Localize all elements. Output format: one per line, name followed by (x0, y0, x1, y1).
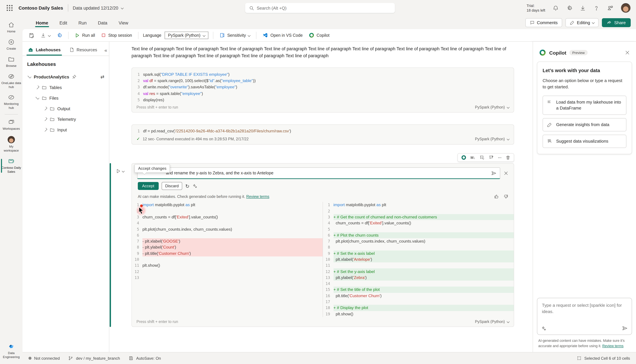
close-copilot-icon[interactable] (625, 50, 630, 55)
option-suggest-visualizations[interactable]: Suggest data visualizations (543, 135, 626, 148)
code-line[interactable]: 5display(res) (135, 97, 510, 103)
code-line[interactable]: 1df = pd.read_csv('/22514200-9a26-4fdc-a… (135, 128, 510, 134)
tree-item-productanalytics[interactable]: ProductAnalytics ⇄ (23, 72, 109, 82)
code-line[interactable]: 11plt.show() (134, 262, 323, 268)
code-line[interactable]: 2 (325, 208, 514, 214)
download-icon[interactable] (580, 5, 586, 11)
tab-home[interactable]: Home (35, 17, 49, 28)
sparkle-diff-icon[interactable] (192, 184, 197, 188)
workspace-title[interactable]: Contoso Daily Sales (19, 5, 63, 10)
regenerate-icon[interactable]: ↻ (185, 184, 189, 188)
copilot-cell-icon[interactable] (461, 155, 467, 160)
option-load-data[interactable]: Load data from my lakehouse into a DataF… (543, 96, 626, 115)
tab-run[interactable]: Run (78, 17, 88, 28)
diff-original-pane[interactable]: 1import matplotlib.pyplot as plt23churn_… (132, 202, 323, 317)
code-line[interactable]: 9+ # Set the x-axis label (325, 250, 514, 256)
thumbs-down-icon[interactable] (503, 194, 508, 199)
pin-icon[interactable] (72, 74, 77, 79)
close-prompt-icon[interactable] (503, 171, 508, 176)
code-line[interactable]: 3+ # Get the count of churned and non-ch… (325, 214, 514, 220)
review-terms-link[interactable]: Review terms (602, 344, 623, 348)
code-line[interactable]: 6 (134, 232, 323, 238)
code-line[interactable]: 13 (134, 275, 323, 281)
code-line[interactable]: 17 (325, 299, 514, 305)
stop-session-button[interactable]: Stop session (100, 32, 133, 39)
user-avatar[interactable] (621, 3, 631, 13)
code-line[interactable]: 1import matplotlib.pyplot as plt (325, 202, 514, 208)
tab-data[interactable]: Data (97, 17, 108, 28)
chevron-down-icon[interactable] (122, 170, 125, 172)
code-line[interactable]: 4 churn_counts = df['Exited'].value_coun… (325, 220, 514, 226)
sparkle-icon[interactable] (541, 326, 547, 331)
git-branch[interactable]: dev / my_feature_branch (68, 356, 120, 361)
rail-item-data-engineering[interactable]: Data Engineering (1, 341, 22, 362)
notifications-bell-icon[interactable] (552, 5, 559, 11)
option-generate-insights[interactable]: Generate insights from data (543, 118, 626, 131)
code-line[interactable]: 19 plt.show() (325, 311, 514, 317)
code-line[interactable]: 1spark.sql("DROP TABLE IF EXISTS employe… (135, 71, 510, 78)
submit-prompt-icon[interactable] (491, 170, 497, 176)
data-updated-label[interactable]: Data updated 12/12/20 (73, 6, 118, 10)
tab-edit[interactable]: Edit (59, 17, 68, 28)
save-button[interactable] (27, 31, 36, 40)
code-line[interactable]: 11 (325, 262, 514, 268)
code-line[interactable]: 13 plt.ylabel('Zebra') (325, 275, 514, 281)
code-line[interactable]: 2 (134, 208, 323, 214)
chevron-down-icon[interactable] (121, 6, 124, 10)
editing-mode-button[interactable]: Editing (565, 18, 599, 27)
help-icon[interactable] (593, 5, 599, 11)
code-line[interactable]: 16 plt.title('Customer Churn') (325, 293, 514, 299)
tree-item-files[interactable]: Files (23, 93, 109, 103)
export-button[interactable] (39, 31, 52, 40)
autosave-status[interactable]: AutoSave: On (129, 356, 161, 361)
kernel-select[interactable]: PySpark (Python) (475, 105, 509, 109)
rail-item-my-workspace[interactable]: My workspace (1, 134, 22, 155)
switch-lakehouse-icon[interactable]: ⇄ (101, 74, 104, 80)
code-line[interactable]: 5plt.plot(churn_counts.index, churn_coun… (134, 226, 323, 232)
collapse-pane-icon[interactable]: « (105, 47, 107, 53)
code-editor[interactable]: 1df = pd.read_csv('/22514200-9a26-4fdc-a… (132, 125, 514, 135)
add-comment-icon[interactable] (489, 155, 494, 160)
open-in-vscode-button[interactable]: Open in VS Code (261, 31, 304, 40)
code-line[interactable]: 15+ # Set the title of the plot (325, 287, 514, 293)
code-cell-2[interactable]: 1df = pd.read_csv('/22514200-9a26-4fdc-a… (132, 124, 514, 145)
code-line[interactable]: 2val df = spark.range(0, 100).select($"i… (135, 78, 510, 84)
settings-gear-icon[interactable] (566, 5, 572, 11)
code-line[interactable]: 4val res = spark.table("employee") (135, 90, 510, 97)
code-line[interactable]: 3df.write.mode("overwrite").saveAsTable(… (135, 84, 510, 90)
code-line[interactable]: 7- plt.xlabel('GOOSE') (134, 238, 323, 244)
rail-item-monitoring-hub[interactable]: Monitoring hub (1, 92, 22, 112)
code-line[interactable]: 14 (325, 280, 514, 287)
session-settings-button[interactable] (55, 31, 64, 40)
rail-item-browse[interactable]: Browse (1, 54, 22, 70)
rail-item-contoso-daily-sales[interactable]: Contoso Daily Sales (1, 156, 22, 176)
copilot-chat-input[interactable]: Type a request or select [sparkle icon] … (537, 298, 632, 335)
diff-modified-pane[interactable]: 1import matplotlib.pyplot as plt23+ # Ge… (323, 202, 514, 317)
app-launcher-icon[interactable] (7, 5, 13, 11)
tab-resources[interactable]: Resources (68, 45, 98, 55)
send-chat-icon[interactable] (622, 325, 628, 331)
move-cell-icon[interactable] (479, 155, 485, 160)
comments-button[interactable]: Comments (525, 18, 562, 27)
text-cell-paragraph[interactable]: Text line of paragraph Text line of para… (132, 46, 514, 60)
code-line[interactable]: 3churn_counts = df['Exited'].value_count… (134, 214, 323, 220)
tab-view[interactable]: View (118, 17, 129, 28)
run-cell-button[interactable] (116, 168, 124, 174)
share-button[interactable]: Share (602, 18, 631, 27)
code-line[interactable]: 12 (134, 268, 323, 275)
copilot-ribbon-button[interactable]: Copilot (307, 31, 331, 40)
tree-item-telemetry[interactable]: Telemetry (23, 114, 109, 124)
tree-item-output[interactable]: Output (23, 103, 109, 114)
code-line[interactable]: 5 (325, 226, 514, 232)
rail-item-create[interactable]: Create (1, 36, 22, 53)
code-cell-3-copilot-diff[interactable]: and rename the y-axis to Zebra, and the … (132, 163, 514, 327)
thumbs-up-icon[interactable] (494, 194, 499, 199)
kernel-select[interactable]: PySpark (Python) (475, 137, 509, 141)
feedback-icon[interactable] (607, 5, 613, 11)
delete-cell-icon[interactable] (505, 155, 510, 160)
convert-to-markdown-icon[interactable]: M↓ (471, 156, 475, 160)
code-editor[interactable]: 1spark.sql("DROP TABLE IF EXISTS employe… (132, 68, 514, 104)
code-line[interactable]: 12+ # Set the y-axis label (325, 268, 514, 275)
code-line[interactable]: 8 (325, 244, 514, 250)
code-line[interactable]: 4 (134, 220, 323, 226)
